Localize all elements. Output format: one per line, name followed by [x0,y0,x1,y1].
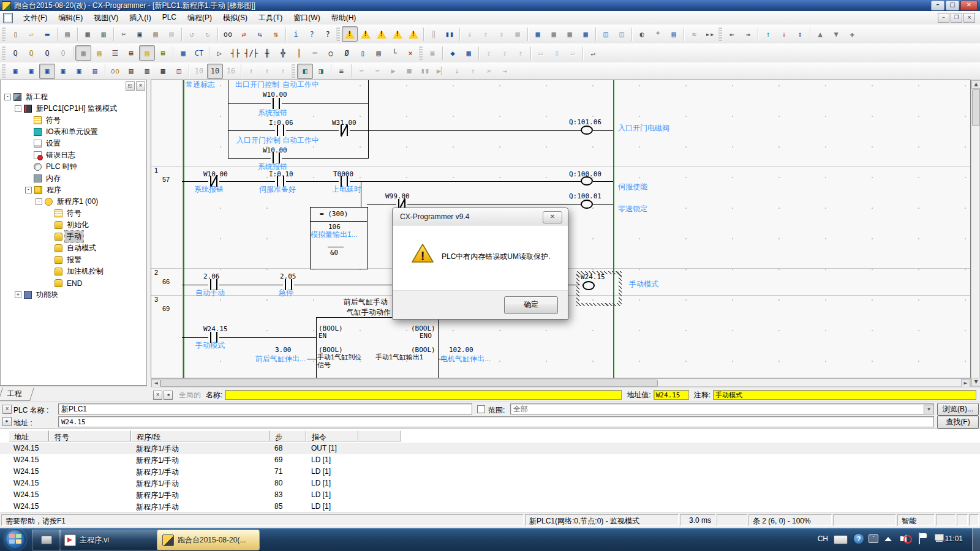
zoom-icon[interactable]: Q [7,45,23,61]
paste-special-icon[interactable]: ▤ [164,26,179,42]
vertical-line-icon[interactable]: │ [291,45,307,61]
close-button[interactable]: ✕ [960,1,978,10]
address-reference-icon[interactable]: ▸▸ [702,26,718,42]
comment-field[interactable]: 手动模式 [713,390,976,400]
menu-item[interactable]: 编辑(E) [53,11,88,25]
menu-item[interactable]: 帮助(H) [326,11,362,25]
tree-item-新工程[interactable]: -新工程 [1,91,146,103]
plc-name-field[interactable]: 新PLC1 [58,403,472,414]
ct-view-icon[interactable]: CT [191,45,207,61]
window-ladder-icon[interactable]: ▣ [39,64,55,79]
mdi-restore-button[interactable]: ❐ [951,13,962,23]
copy-icon[interactable]: ▣ [132,26,148,42]
output-coil[interactable] [581,126,593,135]
zoom-fit-icon[interactable]: Q [55,45,71,61]
rung-up-icon[interactable]: ⇤ [724,26,740,42]
table-row[interactable]: W24.15新程序1/手动68OUT [1] [0,443,980,454]
toolbar-handle[interactable] [292,64,295,78]
window-watch-icon[interactable]: ▣ [71,64,87,79]
tree-item-符号[interactable]: 符号 [1,114,146,126]
menu-item[interactable]: 模拟(S) [217,11,253,25]
online-edit-grid-icon[interactable]: ▦ [461,45,477,61]
cross-reference-popup-icon[interactable]: oo [107,64,123,79]
print-preview-icon[interactable]: ▥ [96,26,111,42]
maximize-button[interactable]: □ [946,1,959,10]
volume-muted-icon[interactable] [900,534,911,544]
table-row[interactable]: W24.15新程序1/手动80LD [1] [0,478,980,489]
send-changes-icon[interactable]: ◆ [445,45,461,61]
table-row[interactable]: W24.15新程序1/手动85LD [1] [0,501,980,512]
watch-close-button[interactable]: × [153,391,162,400]
range-checkbox[interactable] [477,405,485,413]
tree-expand-toggle[interactable]: - [4,94,11,100]
mdi-close-button[interactable]: × [963,13,975,23]
memory-view-icon[interactable]: ▦ [562,26,578,42]
tree-item-内存[interactable]: 内存 [1,173,146,184]
horizontal-scrollbar[interactable]: ◄ ► [151,378,971,387]
force-off-icon[interactable]: ▱ [565,45,581,61]
minimize-button[interactable]: – [931,1,944,10]
simulator-scan-icon[interactable]: ≈ [353,64,369,79]
zoom-in-icon[interactable]: Q [23,45,39,61]
toolbar-handle[interactable] [419,47,423,60]
taskbar-item-labview[interactable]: 主程序.vi [59,530,162,550]
show-comments-icon[interactable]: ☰ [107,45,123,61]
rung-number[interactable]: 2 [154,269,158,276]
context-help-icon[interactable]: ? [320,26,336,42]
online-edit-begin-icon[interactable]: ▣ [424,45,440,61]
new-closed-contact-icon[interactable]: ┤/├ [243,45,259,61]
action-center-flag-icon[interactable] [919,533,927,544]
rung-down-icon[interactable]: ⇥ [740,26,756,42]
rung-comment-icon[interactable]: ▤ [91,45,107,61]
plc-memory-icon[interactable]: ◫ [598,26,614,42]
menu-item[interactable]: 窗口(W) [288,11,325,25]
rung-number[interactable]: 1 [154,167,158,174]
tree-item-新程序1 (00)[interactable]: -新程序1 (00) [1,196,146,208]
table-row[interactable]: W24.15新程序1/手动69LD [1] [0,454,980,466]
tree-item-IO表和单元设置[interactable]: IO表和单元设置 [1,126,146,138]
table-row[interactable]: W24.15新程序1/手动83LD [1] [0,489,980,501]
zoom-out-icon[interactable]: Q [39,45,55,61]
tree-item-初始化[interactable]: 初始化 [1,219,146,231]
force-on-icon[interactable]: ▯ [549,45,565,61]
menu-item[interactable]: 文件(F) [18,11,53,25]
pinned-explorer-button[interactable] [32,530,61,550]
find-next-icon[interactable]: ⇆ [252,26,268,42]
column-header-empty[interactable] [358,430,401,441]
return-icon[interactable]: ↵ [585,45,601,61]
hex-display-icon[interactable]: 16 [223,64,239,79]
work-online-icon[interactable] [342,26,358,42]
force-cancel-icon[interactable]: ⇑ [275,64,291,79]
tree-item-错误日志[interactable]: 错误日志 [1,149,146,161]
help-tray-icon[interactable]: ? [854,534,864,544]
menu-item[interactable]: 视图(V) [88,11,124,25]
step-run-icon[interactable]: ▶▏ [433,64,449,79]
fb-parameter-icon[interactable]: └ [386,45,402,61]
tree-item-手动[interactable]: 手动 [1,231,146,242]
add-icon[interactable]: ✚ [844,26,860,42]
online-edit-icon[interactable] [374,26,390,42]
new-file-icon[interactable]: ▯ [7,26,23,42]
plc-error-log-icon[interactable]: ◫ [614,26,630,42]
column-header-程序/段[interactable]: 程序/段 [131,430,270,441]
simulator-run-icon[interactable]: ▶ [385,64,401,79]
step-out-icon[interactable]: ↑ [465,64,481,79]
output-window-icon[interactable]: ▦ [155,64,171,79]
output-coil[interactable] [581,200,593,209]
redo-icon[interactable]: ↻ [200,26,216,42]
clock[interactable]: 11:01 [945,534,963,543]
new-closed-coil-icon[interactable]: Ø [339,45,355,61]
menu-item[interactable]: 编程(P) [182,11,217,25]
insert-rung-above-icon[interactable]: ↑ [760,26,776,42]
plc-clock-icon[interactable]: ◐ [634,26,650,42]
verify-icon[interactable]: ▦ [510,26,526,42]
download-icon[interactable]: ⇓ [462,26,478,42]
transfer-online-icon[interactable] [390,26,405,42]
window-session-icon[interactable]: ˆ [869,534,878,543]
browse-button[interactable]: 浏览(B)... [937,403,979,416]
find-button[interactable]: 查找(F) [937,416,979,429]
move-down-icon[interactable]: ▼ [828,26,844,42]
panel-restore-button[interactable]: ◱ [126,81,135,91]
window-mnemonic-icon[interactable]: ▣ [55,64,71,79]
pause-monitor-icon[interactable]: ‖ [426,26,442,42]
